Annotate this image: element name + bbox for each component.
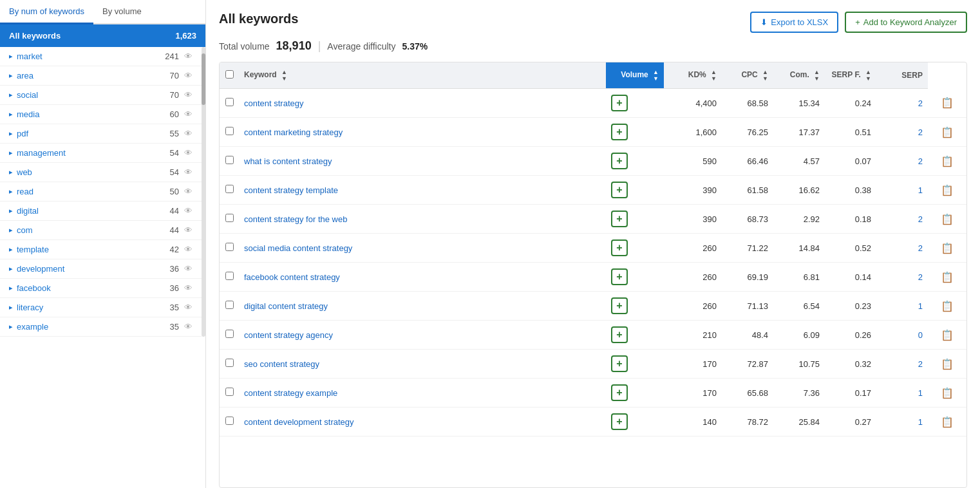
serp-icon[interactable]: 📋 [941,243,954,254]
eye-icon[interactable]: 👁 [184,167,193,177]
add-keyword-button[interactable]: + [611,413,628,430]
sidebar-item-market[interactable]: ▸ market 241 👁 [0,47,202,66]
row-checkbox[interactable] [225,359,234,367]
keyword-link[interactable]: content strategy [244,99,304,108]
select-all-checkbox[interactable] [225,70,234,79]
header-com[interactable]: Com. ▲▼ [773,62,825,89]
row-checkbox[interactable] [225,214,234,222]
sidebar-item-read[interactable]: ▸ read 50 👁 [0,182,202,202]
add-keyword-button[interactable]: + [611,355,628,372]
keyword-link[interactable]: social media content strategy [244,243,352,253]
serpf-link[interactable]: 1 [918,301,923,311]
serpf-link[interactable]: 2 [918,99,923,108]
keyword-link[interactable]: content strategy template [244,185,338,195]
keyword-link[interactable]: facebook content strategy [244,272,340,282]
header-keyword[interactable]: Keyword ▲▼ [239,62,606,89]
keyword-link[interactable]: content strategy agency [244,330,333,340]
eye-icon[interactable]: 👁 [184,322,193,332]
sidebar-item-pdf[interactable]: ▸ pdf 55 👁 [0,124,202,144]
add-keyword-button[interactable]: + [611,268,628,285]
eye-icon[interactable]: 👁 [184,129,193,138]
serpf-link[interactable]: 1 [918,185,923,195]
header-cpc[interactable]: CPC ▲▼ [722,62,773,89]
serp-icon[interactable]: 📋 [941,330,954,341]
add-keyword-button[interactable]: + [611,211,628,227]
header-serp-f[interactable]: SERP F. ▲▼ [825,62,876,89]
add-keyword-button[interactable]: + [611,124,628,140]
add-keyword-button[interactable]: + [611,326,628,343]
eye-icon[interactable]: 👁 [184,283,193,293]
add-keyword-button[interactable]: + [611,182,628,198]
row-checkbox[interactable] [225,330,234,338]
tab-by-num-keywords[interactable]: By num of keywords [0,0,93,24]
keyword-link[interactable]: seo content strategy [244,359,319,369]
row-checkbox[interactable] [225,301,234,309]
eye-icon[interactable]: 👁 [184,109,193,119]
serp-icon[interactable]: 📋 [941,359,954,370]
keyword-link[interactable]: content development strategy [244,417,354,427]
row-checkbox[interactable] [225,417,234,425]
serpf-link[interactable]: 2 [918,359,923,369]
export-xlsx-button[interactable]: ⬇ Export to XLSX [750,12,838,33]
tab-by-volume[interactable]: By volume [93,0,151,24]
eye-icon[interactable]: 👁 [184,90,193,100]
sidebar-item-development[interactable]: ▸ development 36 👁 [0,259,202,279]
row-checkbox[interactable] [225,388,234,396]
keyword-link[interactable]: content marketing strategy [244,127,343,137]
sidebar-item-literacy[interactable]: ▸ literacy 35 👁 [0,298,202,317]
add-keyword-button[interactable]: + [611,95,628,111]
add-keyword-button[interactable]: + [611,153,628,169]
sidebar-all-keywords-item[interactable]: All keywords 1,623 [0,24,205,47]
row-checkbox[interactable] [225,127,234,135]
sidebar-item-com[interactable]: ▸ com 44 👁 [0,221,202,240]
serp-icon[interactable]: 📋 [941,127,954,138]
serpf-link[interactable]: 2 [918,127,923,137]
eye-icon[interactable]: 👁 [184,225,193,235]
keyword-link[interactable]: what is content strategy [244,156,332,166]
sidebar-item-facebook[interactable]: ▸ facebook 36 👁 [0,279,202,298]
sidebar-item-template[interactable]: ▸ template 42 👁 [0,240,202,259]
eye-icon[interactable]: 👁 [184,264,193,274]
serp-icon[interactable]: 📋 [941,417,954,427]
serp-icon[interactable]: 📋 [941,97,954,108]
eye-icon[interactable]: 👁 [184,206,193,216]
add-to-keyword-analyzer-button[interactable]: + Add to Keyword Analyzer [845,12,967,33]
sidebar-scrollbar[interactable] [202,47,205,337]
serp-icon[interactable]: 📋 [941,388,954,399]
add-keyword-button[interactable]: + [611,239,628,256]
sidebar-item-area[interactable]: ▸ area 70 👁 [0,66,202,86]
serpf-link[interactable]: 1 [918,417,923,427]
eye-icon[interactable]: 👁 [184,52,193,61]
serpf-link[interactable]: 0 [918,330,923,340]
sidebar-item-management[interactable]: ▸ management 54 👁 [0,144,202,163]
eye-icon[interactable]: 👁 [184,303,193,312]
eye-icon[interactable]: 👁 [184,71,193,80]
keyword-link[interactable]: digital content strategy [244,301,328,311]
header-volume[interactable]: Volume ▲▼ [606,62,664,89]
serp-icon[interactable]: 📋 [941,272,954,283]
serpf-link[interactable]: 1 [918,388,923,398]
row-checkbox[interactable] [225,243,234,251]
eye-icon[interactable]: 👁 [184,245,193,254]
sidebar-item-example[interactable]: ▸ example 35 👁 [0,317,202,337]
serp-icon[interactable]: 📋 [941,185,954,196]
serpf-link[interactable]: 2 [918,214,923,224]
sidebar-item-web[interactable]: ▸ web 54 👁 [0,163,202,182]
eye-icon[interactable]: 👁 [184,187,193,196]
serpf-link[interactable]: 2 [918,156,923,166]
row-checkbox[interactable] [225,272,234,280]
row-checkbox[interactable] [225,156,234,164]
serpf-link[interactable]: 2 [918,243,923,253]
keyword-link[interactable]: content strategy example [244,388,337,398]
eye-icon[interactable]: 👁 [184,148,193,158]
sidebar-item-media[interactable]: ▸ media 60 👁 [0,105,202,124]
row-checkbox[interactable] [225,98,234,106]
sidebar-item-social[interactable]: ▸ social 70 👁 [0,86,202,105]
add-keyword-button[interactable]: + [611,384,628,401]
serpf-link[interactable]: 2 [918,272,923,282]
serp-icon[interactable]: 📋 [941,214,954,225]
add-keyword-button[interactable]: + [611,297,628,314]
serp-icon[interactable]: 📋 [941,301,954,312]
row-checkbox[interactable] [225,185,234,193]
serp-icon[interactable]: 📋 [941,156,954,167]
